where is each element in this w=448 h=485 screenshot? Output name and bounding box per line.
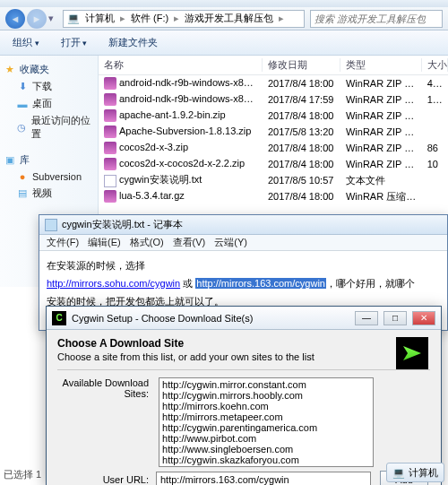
- taskbar-item[interactable]: 💻计算机: [386, 463, 444, 482]
- clock-icon: ◷: [16, 121, 28, 134]
- file-row[interactable]: android-ndk-r9b-windows-x86_64-le...2017…: [99, 91, 448, 108]
- file-icon: [104, 93, 116, 106]
- col-size[interactable]: 大小: [422, 58, 448, 72]
- menu-view[interactable]: 查看(V): [169, 236, 210, 249]
- crumb[interactable]: 软件 (F:): [127, 12, 172, 25]
- file-list-header: 名称 修改日期 类型 大小: [99, 56, 448, 75]
- search-input[interactable]: [310, 10, 443, 28]
- organize-button[interactable]: 组织: [7, 34, 45, 51]
- file-row[interactable]: android-ndk-r9b-windows-x86_64.zip2017/8…: [99, 75, 448, 91]
- cygwin-header: Choose A Download Site: [57, 337, 430, 350]
- user-url-input[interactable]: [156, 472, 371, 486]
- site-option[interactable]: http://mirrors.xmission.com: [160, 465, 372, 467]
- col-date[interactable]: 修改日期: [263, 58, 340, 72]
- notepad-title: cygwin安装说明.txt - 记事本: [62, 218, 183, 231]
- file-row[interactable]: cocos2d-x-3.zip2017/8/4 18:00WinRAR ZIP …: [99, 140, 448, 156]
- user-url-label: User URL:: [57, 474, 156, 485]
- cygwin-titlebar[interactable]: C Cygwin Setup - Choose Download Site(s)…: [47, 307, 441, 330]
- explorer-titlebar: [0, 0, 448, 7]
- site-option[interactable]: http://cygwin.mirror.constant.com: [160, 379, 372, 390]
- sidebar-recent[interactable]: ◷最近访问的位置: [2, 112, 96, 143]
- sidebar-downloads[interactable]: ⬇下载: [2, 78, 96, 95]
- menu-format[interactable]: 格式(O): [126, 236, 168, 249]
- sidebar-videos[interactable]: ▤视频: [2, 185, 96, 202]
- sidebar-favorites[interactable]: ★收藏夹: [2, 61, 96, 78]
- sites-label: Available Download Sites:: [57, 377, 156, 399]
- cygwin-title: Cygwin Setup - Choose Download Site(s): [72, 313, 253, 324]
- link: http://mirrors.sohu.com/cygwin: [47, 278, 180, 289]
- menu-file[interactable]: 文件(F): [43, 236, 82, 249]
- file-icon: [104, 126, 116, 138]
- file-icon: [104, 190, 116, 203]
- close-button[interactable]: ✕: [412, 311, 435, 325]
- download-icon: ⬇: [16, 81, 29, 93]
- notepad-titlebar[interactable]: cygwin安装说明.txt - 记事本: [39, 215, 447, 235]
- explorer-toolbar: 组织 打开 新建文件夹: [0, 30, 448, 56]
- file-row[interactable]: apache-ant-1.9.2-bin.zip2017/8/4 18:00Wi…: [99, 108, 448, 124]
- computer-icon: 💻: [392, 466, 405, 479]
- sidebar-library[interactable]: ▣库: [2, 152, 96, 169]
- notepad-icon: [45, 219, 57, 231]
- file-icon: [104, 109, 116, 122]
- col-name[interactable]: 名称: [99, 58, 263, 72]
- open-button[interactable]: 打开: [56, 34, 93, 51]
- file-icon: [104, 77, 116, 90]
- sidebar-desktop[interactable]: ▬桌面: [2, 95, 96, 112]
- nav-back-button[interactable]: ◄: [5, 9, 25, 29]
- site-option[interactable]: http://www.singleboersen.com: [160, 444, 372, 455]
- computer-icon: 💻: [67, 13, 80, 25]
- crumb[interactable]: 计算机: [82, 12, 118, 25]
- nav-forward-button[interactable]: ►: [27, 9, 47, 29]
- site-option[interactable]: http://cygwin.mirrors.hoobly.com: [160, 390, 372, 401]
- cygwin-icon: C: [52, 311, 66, 325]
- star-icon: ★: [4, 64, 16, 76]
- text-line: 在安装源的时候，选择: [47, 256, 440, 274]
- selected-text: http://mirrors.163.com/cygwin: [195, 278, 326, 289]
- cygwin-logo: [396, 337, 428, 369]
- svn-icon: ●: [16, 170, 29, 183]
- site-option[interactable]: http://www.pirbot.com: [160, 433, 372, 444]
- cygwin-setup-window: C Cygwin Setup - Choose Download Site(s)…: [46, 306, 442, 485]
- status-bar: 已选择 1: [4, 468, 41, 481]
- site-option[interactable]: http://cygwin.parentingamerica.com: [160, 422, 372, 433]
- text-line: http://mirrors.sohu.com/cygwin 或 http://…: [47, 274, 440, 292]
- download-sites-list[interactable]: http://cygwin.mirror.constant.comhttp://…: [159, 377, 374, 467]
- site-option[interactable]: http://cygwin.skazkaforyou.com: [160, 455, 372, 465]
- file-row[interactable]: cygwin安装说明.txt2017/8/5 10:57文本文件: [99, 172, 448, 188]
- notepad-menubar: 文件(F) 编辑(E) 格式(O) 查看(V) 云端(Y): [39, 235, 447, 251]
- file-row[interactable]: cocos2d-x-cocos2d-x-2.2.zip2017/8/4 18:0…: [99, 156, 448, 172]
- desktop-icon: ▬: [16, 98, 29, 110]
- col-type[interactable]: 类型: [340, 58, 422, 72]
- cygwin-subheader: Choose a site from this list, or add you…: [57, 351, 430, 362]
- maximize-button[interactable]: □: [383, 311, 407, 325]
- address-bar: ◄ ► ▾ 💻 计算机▸ 软件 (F:)▸ 游戏开发工具解压包▸: [0, 7, 448, 30]
- breadcrumb[interactable]: 💻 计算机▸ 软件 (F:)▸ 游戏开发工具解压包▸: [63, 10, 305, 28]
- new-folder-button[interactable]: 新建文件夹: [103, 34, 163, 51]
- sidebar-subversion[interactable]: ●Subversion: [2, 169, 96, 185]
- nav-history-dropdown[interactable]: ▾: [48, 13, 57, 24]
- taskbar: 💻计算机: [383, 460, 448, 485]
- minimize-button[interactable]: —: [355, 311, 378, 325]
- file-row[interactable]: lua-5.3.4.tar.gz2017/8/4 18:00WinRAR 压缩文…: [99, 188, 448, 204]
- site-option[interactable]: http://mirrors.metapeer.com: [160, 411, 372, 422]
- library-icon: ▣: [4, 154, 16, 167]
- video-icon: ▤: [16, 187, 29, 200]
- divider: [57, 369, 430, 370]
- file-row[interactable]: Apache-Subversion-1.8.13.zip2017/5/8 13:…: [99, 124, 448, 140]
- file-icon: [104, 175, 116, 187]
- crumb[interactable]: 游戏开发工具解压包: [181, 12, 277, 25]
- menu-plugins[interactable]: 云端(Y): [211, 236, 251, 249]
- menu-edit[interactable]: 编辑(E): [84, 236, 125, 249]
- file-icon: [104, 142, 116, 154]
- site-option[interactable]: http://mirrors.koehn.com: [160, 401, 372, 411]
- file-icon: [104, 158, 116, 170]
